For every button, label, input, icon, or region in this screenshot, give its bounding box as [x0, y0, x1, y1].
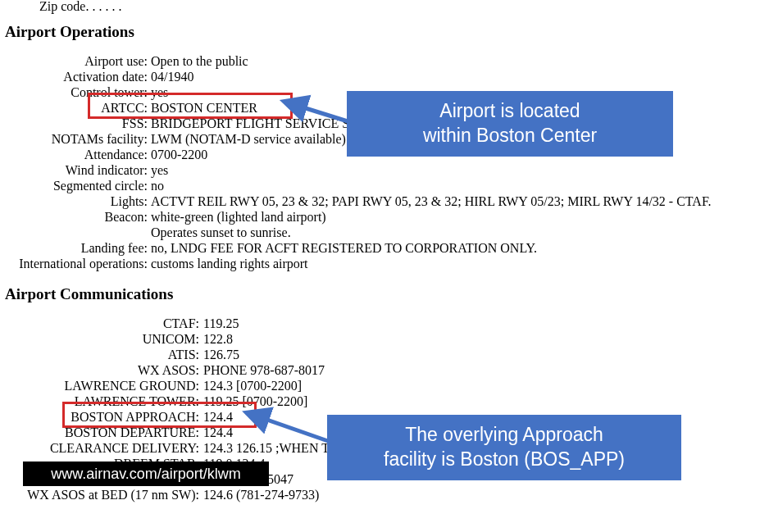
ops-label: International operations: [19, 257, 148, 271]
ops-label: Airport use: [84, 54, 148, 69]
highlight-artcc [88, 93, 293, 119]
svg-line-3 [257, 416, 328, 441]
comm-label: CLEARANCE DELIVERY: [50, 441, 199, 456]
callout-text: The overlying Approach facility is Bosto… [384, 423, 625, 472]
callout-boston-approach: The overlying Approach facility is Bosto… [327, 415, 681, 480]
ops-label: Attendance: [84, 148, 148, 162]
banner-text: www.airnav.com/airport/klwm [51, 466, 241, 483]
url-banner: www.airnav.com/airport/klwm [23, 462, 269, 486]
ops-value: Open to the public [151, 54, 248, 69]
arrow-icon [249, 408, 331, 449]
ops-label: Landing fee: [81, 241, 148, 256]
comm-value: PHONE 978-687-8017 [203, 363, 325, 378]
ops-value: white-green (lighted land airport) [151, 210, 326, 225]
highlight-approach [62, 402, 257, 428]
comm-label: WX ASOS: [138, 363, 199, 378]
callout-line1: The overlying Approach [405, 424, 603, 445]
ops-label: Activation date: [63, 70, 148, 84]
ops-value: 0700-2200 [151, 148, 207, 162]
svg-line-1 [295, 105, 348, 121]
comm-value: 126.75 [203, 348, 239, 362]
callout-line2: within Boston Center [423, 125, 597, 146]
heading-operations: Airport Operations [5, 23, 134, 41]
ops-value: yes [151, 163, 168, 178]
comm-value: 122.8 [203, 332, 233, 347]
arrow-icon [287, 95, 353, 128]
callout-boston-center: Airport is located within Boston Center [347, 91, 673, 157]
comm-label: UNICOM: [143, 332, 199, 347]
callout-text: Airport is located within Boston Center [423, 99, 597, 148]
heading-communications: Airport Communications [5, 285, 173, 303]
ops-label: NOTAMs facility: [52, 132, 148, 147]
ops-label: Segmented circle: [53, 179, 148, 193]
page: Zip code. . . . . . Airport Operations A… [0, 0, 769, 532]
callout-line1: Airport is located [439, 100, 580, 121]
ops-label: Beacon: [105, 210, 148, 225]
ops-label: Lights: [111, 194, 148, 209]
ops-value: no [151, 179, 164, 193]
comm-label: WX ASOS at BED (17 nm SW): [27, 488, 199, 502]
ops-value: customs landing rights airport [151, 257, 308, 271]
ops-value: no, LNDG FEE FOR ACFT REGISTERED TO CORP… [151, 241, 537, 256]
ops-value: ACTVT REIL RWY 05, 23 & 32; PAPI RWY 05,… [151, 194, 712, 209]
comm-label: LAWRENCE GROUND: [65, 379, 199, 393]
comm-label: CTAF: [163, 316, 199, 331]
comm-label: ATIS: [168, 348, 199, 362]
comm-value: 124.3 [0700-2200] [203, 379, 302, 393]
comm-value: 124.6 (781-274-9733) [203, 488, 319, 502]
ops-value: 04/1940 [151, 70, 193, 84]
callout-line2: facility is Boston (BOS_APP) [384, 448, 625, 470]
ops-value: Operates sunset to sunrise. [151, 225, 291, 240]
ops-label: Wind indicator: [66, 163, 148, 178]
zip-partial: Zip code. . . . . . [39, 0, 121, 13]
ops-value: LWM (NOTAM-D service available) [151, 132, 346, 147]
comm-value: 119.25 [203, 316, 239, 331]
